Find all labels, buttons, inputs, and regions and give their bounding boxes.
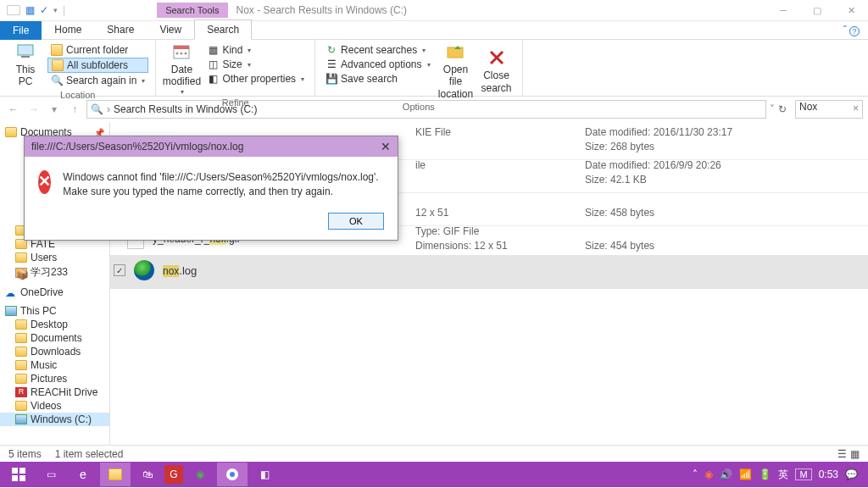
ime-lang[interactable]: 英 [778, 468, 788, 482]
tree-desktop[interactable]: Desktop [0, 318, 109, 331]
folder-icon [15, 239, 27, 249]
dropdown-icon[interactable]: ˅ [770, 103, 775, 115]
search-input[interactable]: Nox× [795, 100, 863, 119]
ribbon-tabs: File Home Share View Search ˆ ? [0, 21, 868, 40]
tab-view[interactable]: View [147, 19, 194, 40]
minimize-button[interactable]: ─ [766, 0, 800, 21]
svg-rect-10 [12, 475, 18, 481]
edge-button[interactable]: e [68, 463, 98, 486]
tab-file[interactable]: File [0, 21, 42, 40]
size-btn[interactable]: ◫Size▾ [203, 58, 308, 71]
up-button[interactable]: ↑ [66, 101, 83, 118]
recent-searches-btn[interactable]: ↻Recent searches▾ [322, 43, 433, 57]
props-icon: ◧ [207, 73, 219, 85]
svg-rect-9 [19, 468, 25, 474]
history-dropdown[interactable]: ▾ [46, 101, 63, 118]
refresh-button[interactable]: ↻ [778, 103, 792, 115]
ribbon-collapse[interactable]: ˆ ? [835, 21, 868, 40]
notifications-button[interactable]: 💬 [845, 469, 858, 480]
kind-btn[interactable]: ▦Kind▾ [203, 43, 308, 57]
explorer-button[interactable] [100, 463, 131, 486]
tray-overflow[interactable]: ˄ [693, 469, 698, 480]
forward-button[interactable]: → [25, 101, 42, 118]
task-view-button[interactable]: ▭ [36, 463, 66, 486]
group-refine: Date modified▾ ▦Kind▾ ◫Size▾ ◧Other prop… [156, 40, 315, 96]
tree-videos[interactable]: Videos [0, 399, 109, 413]
list-icon: ☰ [326, 58, 337, 70]
qat-props-icon[interactable]: ▦ [25, 4, 35, 16]
error-icon: ✕ [38, 170, 51, 194]
window-controls: ─ ▢ ✕ [766, 0, 868, 21]
clear-search-icon[interactable]: × [853, 103, 859, 114]
taskbar: ▭ e 🛍 G ◉ ◧ ˄ ◉ 🔊 📶 🔋 英 M 0:53 💬 [0, 462, 868, 487]
qat-dropdown[interactable]: ▾ [53, 6, 58, 14]
svg-point-4 [176, 53, 179, 55]
address-bar[interactable]: 🔍 › Search Results in Windows (C:) [86, 100, 766, 119]
svg-rect-3 [174, 46, 189, 49]
all-subfolders-btn[interactable]: All subfolders [47, 58, 148, 73]
result-row-selected[interactable]: ✓nox.log [110, 255, 868, 289]
tray-volume[interactable]: 🔊 [720, 469, 732, 480]
save-icon: 💾 [326, 73, 337, 85]
close-button[interactable]: ✕ [834, 0, 868, 21]
tray-wifi[interactable]: 📶 [739, 469, 752, 480]
tree-onedrive[interactable]: ☁OneDrive [0, 286, 109, 299]
tree-documents[interactable]: Documents [0, 331, 109, 345]
maximize-button[interactable]: ▢ [800, 0, 834, 21]
pc-icon [15, 42, 36, 62]
folder-icon [108, 469, 122, 480]
close-search-btn[interactable]: Close search [478, 42, 515, 100]
back-button[interactable]: ← [5, 101, 22, 118]
tray-battery[interactable]: 🔋 [759, 469, 771, 480]
tree-thispc[interactable]: This PC [0, 304, 109, 318]
tree-music[interactable]: Music [0, 358, 109, 372]
tree-windowsc[interactable]: Windows (C:) [0, 413, 109, 426]
zip-icon: 📦 [15, 268, 27, 278]
tab-home[interactable]: Home [42, 19, 94, 40]
store-button[interactable]: 🛍 [132, 463, 163, 486]
tray-network[interactable]: ◉ [704, 469, 713, 480]
date-modified-btn[interactable]: Date modified▾ [163, 42, 200, 96]
tree-users[interactable]: Users [0, 251, 109, 264]
qat-new-icon[interactable]: ✓ [40, 4, 48, 16]
open-file-location-btn[interactable]: Open file location [437, 42, 475, 100]
svg-rect-8 [12, 468, 18, 474]
tab-share[interactable]: Share [94, 19, 147, 40]
app-green-button[interactable]: ◉ [185, 463, 215, 486]
view-details-icon[interactable]: ☰ [837, 448, 847, 460]
clock[interactable]: 0:53 [819, 469, 838, 480]
folder-icon [51, 44, 63, 56]
dialog-titlebar[interactable]: file:///C:/Users/Season%2520Yi/vmlogs/no… [25, 136, 398, 157]
folder-icon [52, 59, 64, 71]
svg-point-13 [230, 472, 235, 477]
dialog-close-button[interactable]: ✕ [381, 140, 391, 153]
advanced-options-btn[interactable]: ☰Advanced options▾ [322, 58, 433, 71]
app-button[interactable]: ◧ [249, 463, 280, 486]
search-again-btn[interactable]: 🔍Search again in▾ [47, 74, 148, 87]
save-search-btn[interactable]: 💾Save search [322, 72, 433, 86]
breadcrumb-segment[interactable]: Search Results in Windows (C:) [114, 103, 257, 115]
dialog-title: file:///C:/Users/Season%2520Yi/vmlogs/no… [31, 141, 243, 152]
this-pc-button[interactable]: This PC [7, 42, 44, 88]
tree-downloads[interactable]: Downloads [0, 345, 109, 358]
ok-button[interactable]: OK [328, 213, 384, 230]
error-dialog: file:///C:/Users/Season%2520Yi/vmlogs/no… [24, 136, 398, 241]
start-button[interactable] [3, 463, 34, 486]
kind-icon: ▦ [207, 44, 219, 56]
group-options: ↻Recent searches▾ ☰Advanced options▾ 💾Sa… [315, 40, 522, 96]
status-bar: 5 items 1 item selected ☰ ▦ [0, 445, 868, 462]
tree-reachitdrive[interactable]: RREACHit Drive [0, 385, 109, 399]
checkbox[interactable]: ✓ [114, 264, 125, 276]
chrome-button[interactable] [217, 463, 248, 486]
dialog-message: Windows cannot find 'file:///C:/Users/Se… [63, 170, 384, 199]
tree-zip[interactable]: 📦学习233 [0, 264, 109, 280]
ime-mode[interactable]: M [795, 469, 811, 480]
folder-icon [15, 252, 27, 263]
other-props-btn[interactable]: ◧Other properties▾ [203, 72, 308, 86]
current-folder-btn[interactable]: Current folder [47, 43, 148, 57]
tree-pictures[interactable]: Pictures [0, 372, 109, 385]
view-thumbs-icon[interactable]: ▦ [850, 448, 860, 460]
contextual-tab-group: Search Tools [157, 3, 227, 18]
app-red-button[interactable]: G [164, 465, 183, 484]
tab-search[interactable]: Search [194, 19, 252, 40]
